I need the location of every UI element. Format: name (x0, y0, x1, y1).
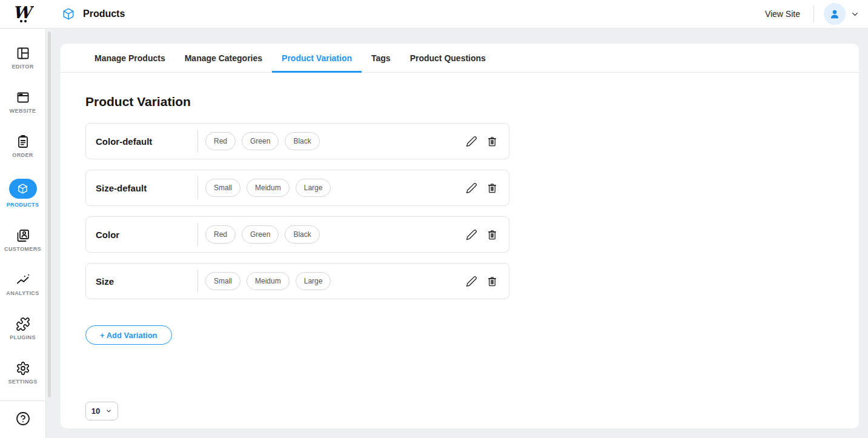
page-size-dropdown[interactable]: 10 (85, 402, 118, 420)
active-pill (9, 179, 37, 199)
variation-name: Color-default (96, 136, 197, 147)
sidebar-footer (0, 400, 45, 438)
account-menu-chevron-down-icon[interactable] (850, 10, 860, 19)
row-divider (197, 130, 198, 153)
app-logo[interactable]: W (0, 2, 46, 25)
sidebar-item-label: WEBSITE (10, 108, 36, 114)
option-chip: Meidum (247, 272, 290, 290)
delete-trash-icon[interactable] (486, 229, 498, 241)
option-chip: Black (285, 132, 319, 150)
main-panel: Manage Products Manage Categories Produc… (61, 44, 859, 428)
view-site-link[interactable]: View Site (765, 9, 800, 19)
editor-layout-icon (16, 46, 30, 61)
sidebar-item-products[interactable]: PRODUCTS (0, 179, 45, 208)
tab-content: Product Variation Color-default Red Gree… (61, 73, 859, 420)
edit-pencil-icon[interactable] (466, 229, 477, 241)
svg-text:W: W (13, 3, 34, 22)
variation-name: Color (96, 230, 197, 240)
add-variation-button[interactable]: + Add Variation (85, 325, 172, 345)
option-chips: Red Green Black (205, 132, 320, 150)
option-chip: Green (242, 132, 279, 150)
option-chip: Black (285, 225, 319, 244)
row-divider (197, 176, 198, 199)
sidebar: EDITOR WEBSITE ORDER (0, 29, 46, 438)
sidebar-item-label: ORDER (12, 152, 33, 158)
variation-name: Size-default (96, 183, 197, 193)
page-title: Products (83, 8, 125, 19)
tab-tags[interactable]: Tags (362, 44, 400, 72)
option-chip: Large (296, 179, 331, 197)
user-avatar[interactable] (824, 3, 846, 25)
variation-row: Size Small Meidum Large (85, 263, 509, 299)
brand-w-logo-icon: W (12, 2, 34, 25)
plugins-puzzle-icon (16, 317, 30, 331)
sidebar-item-editor[interactable]: EDITOR (0, 46, 45, 70)
order-clipboard-icon (16, 134, 30, 149)
settings-gear-icon (16, 361, 30, 376)
website-browser-icon (16, 90, 30, 105)
chevron-down-icon (105, 408, 112, 414)
products-cube-icon (62, 7, 75, 21)
section-heading: Product Variation (85, 95, 834, 109)
variation-name: Size (96, 276, 197, 287)
row-divider (197, 223, 198, 246)
person-icon (829, 8, 841, 20)
help-icon[interactable] (16, 411, 30, 426)
edit-pencil-icon[interactable] (466, 136, 477, 147)
sidebar-item-analytics[interactable]: ANALYTICS (0, 273, 45, 296)
sidebar-item-label: PLUGINS (10, 334, 36, 340)
sidebar-item-plugins[interactable]: PLUGINS (0, 317, 45, 340)
sidebar-item-label: SETTINGS (8, 379, 37, 385)
page-size-value: 10 (91, 406, 100, 416)
topbar-divider (813, 5, 814, 22)
option-chips: Small Meidum Large (205, 179, 331, 197)
sidebar-item-label: ANALYTICS (6, 290, 39, 296)
variation-row: Color Red Green Black (85, 216, 509, 253)
delete-trash-icon[interactable] (486, 136, 498, 147)
option-chip: Meidum (247, 179, 290, 197)
delete-trash-icon[interactable] (486, 182, 498, 194)
edit-pencil-icon[interactable] (466, 182, 477, 194)
tabs-row: Manage Products Manage Categories Produc… (61, 44, 859, 73)
topbar: W Products View Site (0, 0, 868, 28)
tab-product-questions[interactable]: Product Questions (400, 44, 495, 72)
sidebar-item-settings[interactable]: SETTINGS (0, 361, 45, 385)
sidebar-item-label: PRODUCTS (7, 202, 39, 208)
variation-row: Size-default Small Meidum Large (85, 170, 509, 206)
option-chip: Red (205, 132, 236, 150)
tab-product-variation[interactable]: Product Variation (272, 44, 362, 72)
edit-pencil-icon[interactable] (466, 276, 477, 287)
tab-manage-categories[interactable]: Manage Categories (175, 44, 272, 72)
variation-row: Color-default Red Green Black (85, 123, 509, 159)
sidebar-item-label: EDITOR (12, 64, 33, 70)
option-chips: Red Green Black (205, 225, 320, 244)
row-divider (197, 270, 198, 293)
delete-trash-icon[interactable] (486, 276, 498, 287)
sidebar-item-website[interactable]: WEBSITE (0, 90, 45, 114)
tab-manage-products[interactable]: Manage Products (85, 44, 175, 72)
option-chip: Small (205, 272, 240, 290)
analytics-chart-icon (16, 273, 30, 287)
customers-contact-card-icon (16, 228, 30, 243)
products-cube-icon (17, 183, 28, 194)
sidebar-scrollbar[interactable] (48, 32, 51, 397)
option-chip: Small (205, 179, 240, 197)
option-chip: Red (205, 225, 236, 244)
option-chip: Green (242, 225, 279, 244)
sidebar-item-customers[interactable]: CUSTOMERS (0, 228, 45, 252)
sidebar-item-label: CUSTOMERS (4, 246, 41, 252)
sidebar-item-order[interactable]: ORDER (0, 134, 45, 158)
option-chip: Large (296, 272, 331, 290)
option-chips: Small Meidum Large (205, 272, 331, 290)
